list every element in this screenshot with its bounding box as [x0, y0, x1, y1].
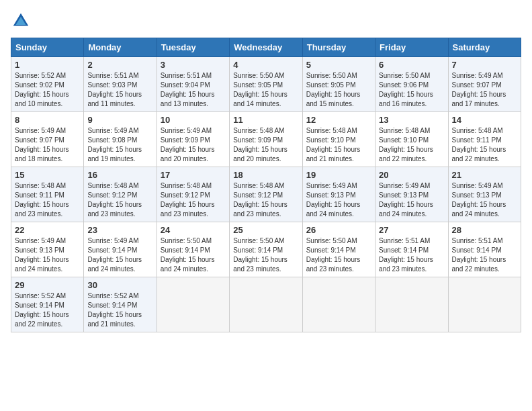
- day-info: Sunrise: 5:48 AM Sunset: 9:12 PM Dayligh…: [161, 181, 226, 219]
- day-info: Sunrise: 5:51 AM Sunset: 9:14 PM Dayligh…: [379, 236, 444, 274]
- calendar-cell: 12Sunrise: 5:48 AM Sunset: 9:10 PM Dayli…: [302, 112, 375, 167]
- day-info: Sunrise: 5:50 AM Sunset: 9:06 PM Dayligh…: [379, 71, 444, 109]
- day-info: Sunrise: 5:50 AM Sunset: 9:14 PM Dayligh…: [306, 236, 371, 274]
- day-number: 4: [233, 60, 298, 70]
- day-number: 29: [15, 280, 80, 290]
- day-number: 20: [379, 170, 444, 180]
- day-info: Sunrise: 5:48 AM Sunset: 9:12 PM Dayligh…: [233, 181, 298, 219]
- calendar-cell: 15Sunrise: 5:48 AM Sunset: 9:11 PM Dayli…: [11, 167, 84, 222]
- day-info: Sunrise: 5:51 AM Sunset: 9:14 PM Dayligh…: [452, 236, 517, 274]
- day-number: 16: [87, 170, 152, 180]
- day-info: Sunrise: 5:49 AM Sunset: 9:13 PM Dayligh…: [379, 181, 444, 219]
- calendar-cell: 6Sunrise: 5:50 AM Sunset: 9:06 PM Daylig…: [375, 57, 448, 112]
- day-info: Sunrise: 5:48 AM Sunset: 9:11 PM Dayligh…: [15, 181, 80, 219]
- day-number: 30: [87, 280, 152, 290]
- calendar-cell: 13Sunrise: 5:48 AM Sunset: 9:10 PM Dayli…: [375, 112, 448, 167]
- day-info: Sunrise: 5:51 AM Sunset: 9:04 PM Dayligh…: [161, 71, 226, 109]
- day-info: Sunrise: 5:48 AM Sunset: 9:10 PM Dayligh…: [306, 126, 371, 164]
- calendar-cell: 16Sunrise: 5:48 AM Sunset: 9:12 PM Dayli…: [84, 167, 157, 222]
- day-info: Sunrise: 5:49 AM Sunset: 9:07 PM Dayligh…: [452, 71, 517, 109]
- calendar-cell: 17Sunrise: 5:48 AM Sunset: 9:12 PM Dayli…: [157, 167, 229, 222]
- day-number: 18: [233, 170, 298, 180]
- calendar-cell: 4Sunrise: 5:50 AM Sunset: 9:05 PM Daylig…: [230, 57, 302, 112]
- day-number: 27: [379, 225, 444, 235]
- calendar-cell: [157, 277, 229, 332]
- day-number: 11: [233, 115, 298, 125]
- calendar-table: SundayMondayTuesdayWednesdayThursdayFrid…: [11, 38, 521, 332]
- calendar-cell: 3Sunrise: 5:51 AM Sunset: 9:04 PM Daylig…: [157, 57, 229, 112]
- calendar-header-monday: Monday: [84, 38, 157, 57]
- calendar-cell: 11Sunrise: 5:48 AM Sunset: 9:09 PM Dayli…: [230, 112, 302, 167]
- calendar-cell: 23Sunrise: 5:49 AM Sunset: 9:14 PM Dayli…: [84, 222, 157, 277]
- day-number: 13: [379, 115, 444, 125]
- day-info: Sunrise: 5:52 AM Sunset: 9:02 PM Dayligh…: [15, 71, 80, 109]
- calendar-header-saturday: Saturday: [448, 38, 521, 57]
- calendar-cell: 2Sunrise: 5:51 AM Sunset: 9:03 PM Daylig…: [84, 57, 157, 112]
- day-number: 12: [306, 115, 371, 125]
- calendar-cell: 29Sunrise: 5:52 AM Sunset: 9:14 PM Dayli…: [11, 277, 84, 332]
- calendar-header-row: SundayMondayTuesdayWednesdayThursdayFrid…: [11, 38, 521, 57]
- calendar-cell: 26Sunrise: 5:50 AM Sunset: 9:14 PM Dayli…: [302, 222, 375, 277]
- day-info: Sunrise: 5:52 AM Sunset: 9:14 PM Dayligh…: [87, 291, 152, 329]
- day-info: Sunrise: 5:48 AM Sunset: 9:11 PM Dayligh…: [452, 126, 517, 164]
- calendar-cell: 14Sunrise: 5:48 AM Sunset: 9:11 PM Dayli…: [448, 112, 521, 167]
- calendar-cell: 24Sunrise: 5:50 AM Sunset: 9:14 PM Dayli…: [157, 222, 229, 277]
- calendar-cell: 21Sunrise: 5:49 AM Sunset: 9:13 PM Dayli…: [448, 167, 521, 222]
- calendar-cell: 7Sunrise: 5:49 AM Sunset: 9:07 PM Daylig…: [448, 57, 521, 112]
- day-number: 5: [306, 60, 371, 70]
- day-info: Sunrise: 5:49 AM Sunset: 9:13 PM Dayligh…: [306, 181, 371, 219]
- calendar-cell: 20Sunrise: 5:49 AM Sunset: 9:13 PM Dayli…: [375, 167, 448, 222]
- day-info: Sunrise: 5:48 AM Sunset: 9:10 PM Dayligh…: [379, 126, 444, 164]
- day-info: Sunrise: 5:50 AM Sunset: 9:05 PM Dayligh…: [233, 71, 298, 109]
- calendar-week-row: 22Sunrise: 5:49 AM Sunset: 9:13 PM Dayli…: [11, 222, 521, 277]
- calendar-header-wednesday: Wednesday: [230, 38, 302, 57]
- day-number: 23: [87, 225, 152, 235]
- calendar-cell: 5Sunrise: 5:50 AM Sunset: 9:05 PM Daylig…: [302, 57, 375, 112]
- calendar-cell: 9Sunrise: 5:49 AM Sunset: 9:08 PM Daylig…: [84, 112, 157, 167]
- calendar-header-tuesday: Tuesday: [157, 38, 229, 57]
- calendar-cell: 8Sunrise: 5:49 AM Sunset: 9:07 PM Daylig…: [11, 112, 84, 167]
- calendar-cell: [448, 277, 521, 332]
- calendar-header-sunday: Sunday: [11, 38, 84, 57]
- day-info: Sunrise: 5:49 AM Sunset: 9:09 PM Dayligh…: [161, 126, 226, 164]
- logo: [11, 11, 32, 31]
- day-info: Sunrise: 5:49 AM Sunset: 9:08 PM Dayligh…: [87, 126, 152, 164]
- day-number: 25: [233, 225, 298, 235]
- day-number: 26: [306, 225, 371, 235]
- day-number: 10: [161, 115, 226, 125]
- day-number: 17: [161, 170, 226, 180]
- day-number: 1: [15, 60, 80, 70]
- day-number: 22: [15, 225, 80, 235]
- calendar-header-friday: Friday: [375, 38, 448, 57]
- calendar-cell: 19Sunrise: 5:49 AM Sunset: 9:13 PM Dayli…: [302, 167, 375, 222]
- day-info: Sunrise: 5:48 AM Sunset: 9:12 PM Dayligh…: [87, 181, 152, 219]
- calendar-cell: 28Sunrise: 5:51 AM Sunset: 9:14 PM Dayli…: [448, 222, 521, 277]
- day-number: 21: [452, 170, 517, 180]
- day-number: 15: [15, 170, 80, 180]
- day-number: 2: [87, 60, 152, 70]
- calendar-header-thursday: Thursday: [302, 38, 375, 57]
- day-info: Sunrise: 5:52 AM Sunset: 9:14 PM Dayligh…: [15, 291, 80, 329]
- day-info: Sunrise: 5:48 AM Sunset: 9:09 PM Dayligh…: [233, 126, 298, 164]
- day-info: Sunrise: 5:49 AM Sunset: 9:13 PM Dayligh…: [15, 236, 80, 274]
- day-number: 14: [452, 115, 517, 125]
- calendar-week-row: 1Sunrise: 5:52 AM Sunset: 9:02 PM Daylig…: [11, 57, 521, 112]
- day-info: Sunrise: 5:49 AM Sunset: 9:07 PM Dayligh…: [15, 126, 80, 164]
- day-number: 3: [161, 60, 226, 70]
- calendar-cell: 18Sunrise: 5:48 AM Sunset: 9:12 PM Dayli…: [230, 167, 302, 222]
- day-info: Sunrise: 5:51 AM Sunset: 9:03 PM Dayligh…: [87, 71, 152, 109]
- day-info: Sunrise: 5:50 AM Sunset: 9:14 PM Dayligh…: [161, 236, 226, 274]
- calendar-cell: [375, 277, 448, 332]
- calendar-cell: 22Sunrise: 5:49 AM Sunset: 9:13 PM Dayli…: [11, 222, 84, 277]
- calendar-cell: 25Sunrise: 5:50 AM Sunset: 9:14 PM Dayli…: [230, 222, 302, 277]
- logo-icon: [11, 11, 31, 31]
- day-info: Sunrise: 5:50 AM Sunset: 9:14 PM Dayligh…: [233, 236, 298, 274]
- day-number: 6: [379, 60, 444, 70]
- calendar-cell: 10Sunrise: 5:49 AM Sunset: 9:09 PM Dayli…: [157, 112, 229, 167]
- page-header: [11, 11, 521, 31]
- day-number: 7: [452, 60, 517, 70]
- calendar-cell: [302, 277, 375, 332]
- calendar-week-row: 29Sunrise: 5:52 AM Sunset: 9:14 PM Dayli…: [11, 277, 521, 332]
- day-number: 24: [161, 225, 226, 235]
- day-number: 9: [87, 115, 152, 125]
